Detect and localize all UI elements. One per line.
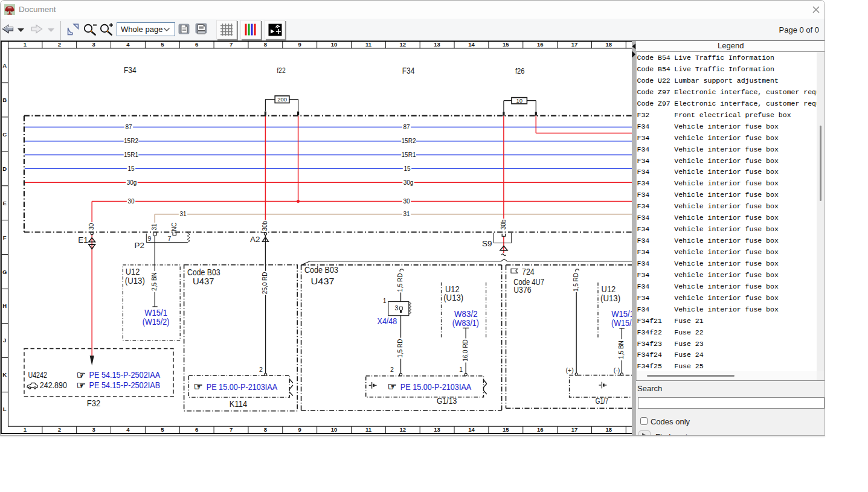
diagram-label: (U13) [125,276,145,286]
single-page-icon[interactable] [178,23,190,35]
zoom-fit-icon[interactable] [66,22,80,37]
legend-row-code: F34 [637,133,675,144]
link-w83-1[interactable]: (W83/1) [452,318,479,328]
legend-row[interactable]: F34Vehicle interior fuse box [637,133,817,144]
collapse-left-icon[interactable] [632,43,636,49]
ruler-column-label: 2 [58,426,61,433]
pointing-hand-icon: ☞ [194,380,203,392]
legend-row[interactable]: F34Vehicle interior fuse box [637,144,817,156]
legend-row-code: Code U22 [637,75,675,87]
legend-row[interactable]: F34Vehicle interior fuse box [637,224,817,235]
forward-menu-button[interactable] [47,28,55,33]
wire-label-87: 87 [125,124,132,130]
legend-row-code: F34 [637,304,675,316]
link-w15-2b[interactable]: (W15/2) [611,318,632,328]
zoom-select-value: Whole page [121,25,162,34]
link-f32-doc-b[interactable]: PE 54.15-P-2502IAB [89,380,161,390]
app-icon [4,4,15,15]
ruler-column-label: 12 [399,41,406,48]
legend-row[interactable]: F34Vehicle interior fuse box [637,281,817,293]
expand-right-icon[interactable] [632,51,635,58]
diagram-viewport[interactable]: 1122334455667788991010111112121313141415… [1,40,632,434]
link-w15-1b[interactable]: W15/1 [611,309,632,319]
codes-only-checkbox[interactable] [640,417,648,425]
legend-row[interactable]: F32Front electrical prefuse box [637,110,817,121]
legend-row[interactable]: F34f23Fuse 23 [637,339,817,350]
link-w15-1[interactable]: W15/1 [144,308,167,318]
link-g1-13-doc[interactable]: PE 15.00-P-2103IAA [400,382,472,392]
invert-colors-toggle-button[interactable] [265,20,285,39]
legend-vertical-scrollbar[interactable] [817,52,825,371]
grid-toggle-button[interactable] [216,20,237,39]
ruler-row-label: H [2,302,7,309]
legend-panel: Legend Code B54Live Traffic InformationC… [636,40,826,436]
diagram-box [400,310,402,313]
back-button[interactable] [2,24,14,34]
link-w15-2[interactable]: (W15/2) [143,317,170,327]
legend-row[interactable]: F34Vehicle interior fuse box [637,167,817,178]
legend-row-code: Code B54 [637,53,675,64]
legend-row[interactable]: F34f21Fuse 21 [637,316,817,327]
legend-row[interactable]: F34Vehicle interior fuse box [637,178,817,190]
ruler-row-label: D [2,165,7,172]
facing-pages-icon[interactable] [195,22,208,36]
legend-row[interactable]: F34Vehicle interior fuse box [637,156,817,167]
legend-row-desc: Vehicle interior fuse box [674,191,779,199]
legend-vertical-scrollbar-thumb[interactable] [820,126,822,201]
back-menu-button[interactable] [17,28,25,33]
ruler-column-label: 10 [331,41,338,48]
legend-row[interactable]: F34Vehicle interior fuse box [637,201,817,212]
legend-row-desc: Vehicle interior fuse box [674,294,779,302]
content-top-border [1,40,825,41]
document-window: Document [0,0,825,436]
legend-row[interactable]: F34Vehicle interior fuse box [637,235,817,247]
ruler-column-label: 12 [399,426,406,433]
legend-row[interactable]: F34Vehicle interior fuse box [637,190,817,201]
link-x4-48[interactable]: X4/48 [378,316,397,326]
legend-row[interactable]: F34Vehicle interior fuse box [637,247,817,258]
zoom-select[interactable]: Whole page [117,22,175,36]
legend-row[interactable]: F34Vehicle interior fuse box [637,304,817,316]
legend-list[interactable]: Code B54Live Traffic InformationCode B54… [636,52,817,371]
wire-label-30g: 30g [127,179,137,186]
forward-button[interactable] [31,24,43,34]
ruler-column-label: 8 [264,426,267,433]
legend-row[interactable]: F34Vehicle interior fuse box [637,121,817,133]
legend-row[interactable]: F34Vehicle interior fuse box [637,258,817,270]
legend-row[interactable]: F34f22Fuse 22 [637,327,817,339]
legend-row[interactable]: F34Vehicle interior fuse box [637,293,817,304]
zoom-out-icon[interactable] [83,22,98,37]
legend-row[interactable]: Code U22Lumbar support adjustment [637,75,817,87]
color-layers-toggle-button[interactable] [240,20,261,39]
legend-row[interactable]: F34Vehicle interior fuse box [637,270,817,281]
search-input[interactable] [638,397,825,409]
legend-row[interactable]: Code B54Live Traffic Information [637,53,817,64]
ruler-column-label: 15 [503,426,509,433]
ruler-row-label: K [2,371,7,378]
ruler-column-label: 4 [126,41,130,48]
legend-row-desc: Vehicle interior fuse box [674,225,779,233]
legend-row[interactable]: Code Z97Electronic interface, customer r… [637,87,817,98]
link-w83-2[interactable]: W83/2 [454,309,478,319]
legend-row[interactable]: F34Vehicle interior fuse box [637,212,817,224]
legend-row[interactable]: Code Z97Electronic interface, customer r… [637,98,817,110]
legend-row[interactable]: F34f24Fuse 24 [637,350,817,361]
legend-horizontal-scrollbar[interactable] [636,371,817,380]
legend-row-desc: Vehicle interior fuse box [674,214,779,222]
wire-label-30: 30 [127,198,135,205]
legend-row-code: F32 [637,110,675,121]
legend-row[interactable]: Code B54Live Traffic Information [637,64,817,75]
close-button[interactable] [812,5,820,14]
link-f32-doc-a[interactable]: PE 54.15-P-2502IAA [89,370,161,380]
diagram-label: 1 [383,297,387,304]
legend-horizontal-scrollbar-thumb[interactable] [647,375,735,377]
legend-row[interactable]: F34f25Fuse 25 [637,361,817,371]
ruler-column-label: 11 [365,41,372,48]
label-242-890: 242.890 [40,380,67,390]
diagram-label: 2 [390,366,394,373]
ruler-column-label: 5 [161,41,164,48]
zoom-in-icon[interactable] [99,22,114,37]
link-k114-doc[interactable]: PE 15.00-P-2103IAA [207,382,278,392]
wire-label-30b: 30b [262,220,269,231]
toolbar-separator [60,21,60,40]
